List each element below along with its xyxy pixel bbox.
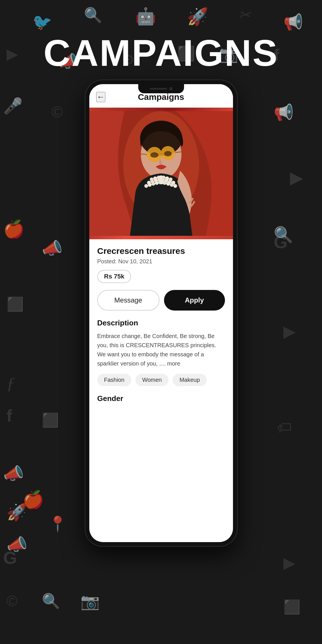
campaign-content: Crecrescen treasures Posted: Nov 10, 202…	[89, 239, 233, 414]
tag-fashion[interactable]: Fashion	[97, 374, 131, 386]
phone-screen: ← Campaigns	[89, 84, 233, 542]
svg-line-6	[141, 154, 147, 155]
campaign-svg	[89, 108, 233, 239]
message-button[interactable]: Message	[97, 290, 159, 311]
phone-frame: ← Campaigns	[85, 80, 237, 546]
tag-women[interactable]: Women	[135, 374, 169, 386]
svg-point-36	[173, 184, 177, 188]
svg-point-34	[166, 182, 170, 185]
phone-notch	[138, 84, 184, 93]
campaign-name: Crecrescen treasures	[97, 246, 225, 256]
page-title-section: CAMPAIGNS	[0, 31, 322, 74]
tag-makeup[interactable]: Makeup	[173, 374, 207, 386]
app-header-title: Campaigns	[138, 92, 184, 102]
svg-point-33	[163, 181, 166, 185]
action-buttons: Message Apply	[97, 290, 225, 311]
svg-point-35	[170, 183, 173, 187]
apply-button[interactable]: Apply	[164, 290, 225, 311]
svg-line-7	[161, 154, 162, 154]
price-tag: Rs 75k	[97, 270, 131, 283]
notch-speaker	[150, 88, 167, 90]
phone-mockup: ← Campaigns	[85, 80, 237, 546]
svg-point-9	[150, 152, 158, 158]
gender-section: Gender	[97, 394, 225, 403]
svg-point-27	[144, 184, 148, 188]
notch-camera	[169, 87, 173, 90]
svg-point-28	[148, 183, 151, 187]
page-title: CAMPAIGNS	[0, 31, 322, 74]
tags-container: Fashion Women Makeup	[97, 374, 225, 386]
campaign-image	[89, 108, 233, 239]
campaign-posted-date: Posted: Nov 10, 2021	[97, 258, 225, 265]
svg-point-29	[151, 182, 155, 185]
description-text: Embrace change, Be Confident, Be strong,…	[97, 331, 225, 368]
svg-point-30	[155, 181, 159, 185]
gender-title: Gender	[97, 394, 225, 403]
back-button[interactable]: ←	[96, 92, 105, 102]
svg-point-10	[164, 151, 172, 156]
description-title: Description	[97, 319, 225, 327]
